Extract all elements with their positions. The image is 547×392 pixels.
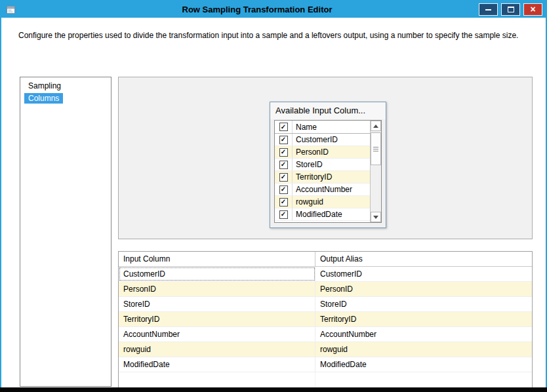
- input-column-cell[interactable]: StoreID: [119, 297, 315, 311]
- column-checkbox[interactable]: ✓: [279, 198, 288, 206]
- available-column-row[interactable]: ✓rowguid: [275, 196, 370, 208]
- mapping-row: TerritoryIDTerritoryID: [119, 312, 532, 327]
- mapping-row: PersonIDPersonID: [119, 282, 532, 297]
- mapping-header-row: Input Column Output Alias: [119, 252, 532, 267]
- mapping-table-empty-area: [119, 372, 532, 387]
- available-column-row[interactable]: ✓TerritoryID: [275, 171, 370, 184]
- maximize-icon: [508, 7, 514, 12]
- description-text: Configure the properties used to divide …: [18, 31, 530, 40]
- input-column-cell[interactable]: PersonID: [119, 282, 315, 296]
- select-all-checkbox[interactable]: ✓: [279, 123, 288, 131]
- output-alias-cell[interactable]: PersonID: [315, 282, 532, 296]
- input-column-cell[interactable]: AccountNumber: [119, 327, 315, 342]
- output-alias-cell[interactable]: CustomerID: [315, 267, 532, 281]
- input-column-cell[interactable]: rowguid: [119, 342, 315, 357]
- column-checkbox[interactable]: ✓: [279, 148, 288, 157]
- column-checkbox[interactable]: ✓: [279, 210, 288, 219]
- available-input-columns-title: Available Input Colum...: [270, 102, 386, 119]
- available-columns-grid: ✓ Name ✓CustomerID✓PersonID✓StoreID✓Terr…: [274, 120, 382, 223]
- window-title: Row Sampling Transformation Editor: [41, 5, 474, 14]
- app-icon: [6, 5, 17, 15]
- input-column-cell[interactable]: CustomerID: [119, 267, 315, 281]
- sidebar-item-columns[interactable]: Columns: [24, 93, 63, 104]
- output-alias-cell[interactable]: TerritoryID: [315, 312, 532, 326]
- column-name: TerritoryID: [293, 172, 332, 182]
- mapping-row: StoreIDStoreID: [119, 297, 532, 312]
- available-column-row[interactable]: ✓ModifiedDate: [275, 208, 370, 221]
- available-columns-rows: ✓CustomerID✓PersonID✓StoreID✓TerritoryID…: [275, 134, 370, 222]
- pages-list: SamplingColumns: [20, 77, 111, 387]
- mapping-row: ModifiedDateModifiedDate: [119, 357, 532, 372]
- scroll-grip-icon: [373, 149, 378, 149]
- input-column-cell[interactable]: TerritoryID: [119, 312, 315, 326]
- available-input-columns-window: Available Input Colum... ✓ Name ✓Custome…: [270, 102, 386, 228]
- input-column-cell[interactable]: ModifiedDate: [119, 357, 315, 372]
- output-alias-cell[interactable]: ModifiedDate: [315, 357, 532, 372]
- minimize-button[interactable]: [479, 3, 498, 16]
- row-sampling-editor-window: Row Sampling Transformation Editor × Con…: [0, 0, 547, 392]
- mapping-rows: CustomerIDCustomerIDPersonIDPersonIDStor…: [119, 267, 532, 372]
- column-name: AccountNumber: [293, 185, 352, 194]
- input-column-header: Input Column: [119, 252, 315, 266]
- columns-selection-panel: Available Input Colum... ✓ Name ✓Custome…: [118, 77, 533, 239]
- bottom-edge: [0, 387, 547, 392]
- output-alias-header: Output Alias: [315, 252, 532, 266]
- checkbox-cell: ✓: [275, 171, 293, 183]
- maximize-button[interactable]: [501, 3, 520, 16]
- close-icon: ×: [530, 5, 535, 14]
- scroll-up-button[interactable]: [371, 121, 381, 131]
- column-name: ModifiedDate: [293, 210, 342, 219]
- minimize-icon: [485, 9, 491, 10]
- scroll-thumb[interactable]: [371, 132, 381, 165]
- output-alias-cell[interactable]: StoreID: [315, 297, 532, 311]
- column-mapping-table: Input Column Output Alias CustomerIDCust…: [118, 251, 533, 388]
- column-name: StoreID: [293, 160, 323, 169]
- select-all-cell: ✓: [275, 121, 293, 133]
- column-checkbox[interactable]: ✓: [279, 161, 288, 169]
- mapping-row: CustomerIDCustomerID: [119, 267, 532, 282]
- checkbox-cell: ✓: [275, 196, 293, 208]
- available-column-row[interactable]: ✓StoreID: [275, 159, 370, 171]
- checkbox-cell: ✓: [275, 184, 293, 195]
- scroll-up-icon: [373, 125, 378, 128]
- scroll-down-button[interactable]: [371, 212, 381, 222]
- screen: Row Sampling Transformation Editor × Con…: [0, 0, 547, 392]
- scroll-down-icon: [373, 216, 378, 219]
- column-name: PersonID: [293, 147, 329, 157]
- name-column-header: Name: [293, 123, 317, 132]
- mapping-row: rowguidrowguid: [119, 342, 532, 357]
- grid-scrollbar[interactable]: [370, 121, 381, 222]
- checkbox-cell: ✓: [275, 208, 293, 220]
- checkbox-cell: ✓: [275, 146, 293, 158]
- titlebar: Row Sampling Transformation Editor ×: [1, 1, 546, 18]
- empty-input-column-area: [119, 372, 315, 387]
- available-column-row[interactable]: ✓PersonID: [275, 146, 370, 159]
- column-name: CustomerID: [293, 135, 338, 144]
- available-column-row[interactable]: ✓CustomerID: [275, 134, 370, 146]
- grid-header-row: ✓ Name: [275, 121, 370, 134]
- available-column-row[interactable]: ✓AccountNumber: [275, 184, 370, 196]
- column-name: rowguid: [293, 197, 323, 206]
- column-checkbox[interactable]: ✓: [279, 173, 288, 182]
- checkbox-cell: ✓: [275, 159, 293, 170]
- column-checkbox[interactable]: ✓: [279, 136, 288, 144]
- column-checkbox[interactable]: ✓: [279, 186, 288, 194]
- mapping-row: AccountNumberAccountNumber: [119, 327, 532, 342]
- checkbox-cell: ✓: [275, 134, 293, 146]
- available-columns-list: ✓ Name ✓CustomerID✓PersonID✓StoreID✓Terr…: [275, 121, 370, 222]
- window-controls: ×: [479, 3, 542, 16]
- sidebar-item-sampling[interactable]: Sampling: [24, 81, 65, 91]
- output-alias-cell[interactable]: AccountNumber: [315, 327, 532, 342]
- close-button[interactable]: ×: [523, 3, 542, 16]
- output-alias-cell[interactable]: rowguid: [315, 342, 532, 357]
